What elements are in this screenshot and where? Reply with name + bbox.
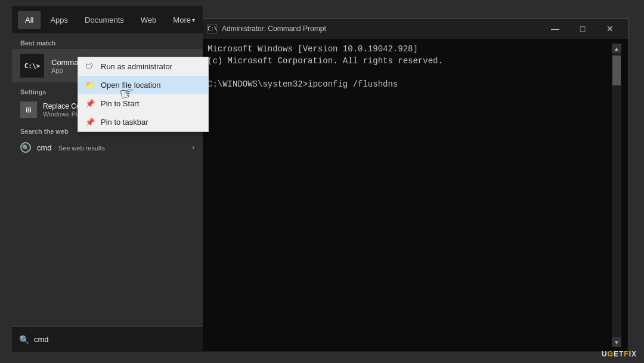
context-run-as-admin[interactable]: 🛡 Run as administrator (78, 57, 208, 76)
cmd-icon-text: C:\> (24, 62, 41, 70)
pin-start-icon: 📌 (85, 99, 95, 108)
start-tabs: All Apps Documents Web More ▾ (12, 6, 203, 33)
scroll-down-arrow[interactable]: ▼ (612, 337, 621, 347)
context-pin-to-start[interactable]: 📌 Pin to Start (78, 94, 208, 113)
web-label: - See web results (54, 144, 105, 152)
web-chevron-right-icon: › (192, 143, 194, 152)
tab-more[interactable]: More ▾ (166, 11, 202, 29)
cmd-scrollbar[interactable]: ▲ ▼ (612, 44, 621, 347)
settings-icon: ⊞ (20, 101, 37, 118)
cmd-window-controls: — □ ✕ (544, 19, 621, 39)
bottom-search-icon: 🔍 (19, 335, 29, 344)
cmd-body: Microsoft Windows [Version 10.0.19042.92… (200, 39, 628, 352)
tab-documents[interactable]: Documents (78, 11, 131, 29)
web-query: cmd (37, 143, 52, 152)
tab-apps[interactable]: Apps (43, 11, 75, 29)
search-web-icon: 🔍 (20, 142, 31, 153)
context-pin-to-taskbar[interactable]: 📌 Pin to taskbar (78, 113, 208, 131)
scrollbar-track[interactable] (612, 53, 621, 337)
bottom-search-text: cmd (34, 335, 49, 344)
cmd-title: Administrator: Command Prompt (222, 24, 544, 33)
scroll-up-arrow[interactable]: ▲ (612, 44, 621, 53)
maximize-button[interactable]: □ (569, 19, 596, 39)
web-search-text: cmd - See web results (37, 142, 192, 153)
cmd-window: C:\ Administrator: Command Prompt — □ ✕ … (200, 18, 629, 352)
context-open-file-location[interactable]: 📁 Open file location (78, 76, 208, 94)
open-file-location-label: Open file location (101, 81, 160, 90)
watermark: UGETFIX (602, 350, 637, 358)
cmd-line-4: C:\WINDOWS\system32>ipconfig /flushdns (208, 79, 612, 91)
scrollbar-thumb[interactable] (612, 56, 621, 85)
cmd-app-icon-large: C:\> (20, 54, 44, 78)
close-button[interactable]: ✕ (596, 19, 624, 39)
tab-web[interactable]: Web (134, 11, 164, 29)
shield-icon: 🛡 (85, 62, 95, 71)
cmd-line-2: (c) Microsoft Corporation. All rights re… (208, 56, 612, 67)
tab-all[interactable]: All (18, 11, 41, 29)
cmd-titlebar: C:\ Administrator: Command Prompt — □ ✕ (200, 19, 628, 39)
best-match-label: Best match (12, 33, 203, 49)
pin-to-start-label: Pin to Start (101, 99, 139, 108)
minimize-button[interactable]: — (541, 19, 569, 39)
cmd-line-3 (208, 67, 612, 79)
start-bottom-search[interactable]: 🔍 cmd (12, 326, 203, 352)
cmd-app-icon: C:\ (208, 24, 217, 33)
tab-more-label: More (173, 16, 191, 24)
chevron-down-icon: ▾ (192, 17, 195, 23)
run-as-admin-label: Run as administrator (101, 62, 172, 71)
cmd-line-1: Microsoft Windows [Version 10.0.19042.92… (208, 44, 612, 56)
pin-taskbar-icon: 📌 (85, 118, 95, 127)
cmd-output: Microsoft Windows [Version 10.0.19042.92… (208, 44, 612, 347)
context-menu: 🛡 Run as administrator 📁 Open file locat… (78, 57, 209, 132)
folder-icon: 📁 (85, 81, 95, 90)
cmd-line-5 (208, 90, 612, 102)
web-search-item[interactable]: 🔍 cmd - See web results › (12, 137, 203, 158)
pin-to-taskbar-label: Pin to taskbar (101, 118, 148, 127)
